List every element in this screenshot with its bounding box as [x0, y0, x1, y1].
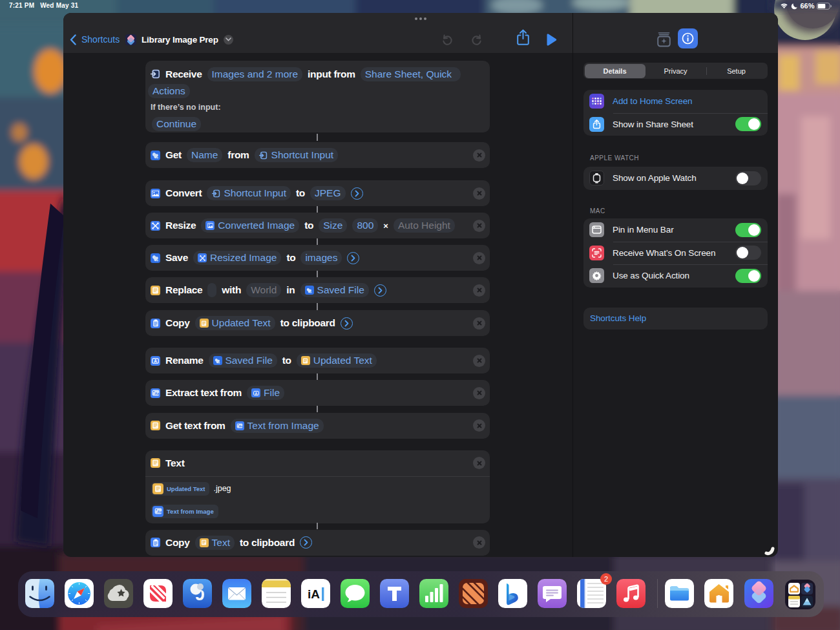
svg-text:A: A [255, 391, 257, 395]
svg-text:Aa: Aa [238, 425, 242, 428]
svg-text:A: A [154, 359, 157, 363]
svg-text:Aa: Aa [154, 392, 160, 395]
svg-text:iA: iA [308, 587, 320, 601]
svg-text:Aa: Aa [157, 510, 162, 514]
